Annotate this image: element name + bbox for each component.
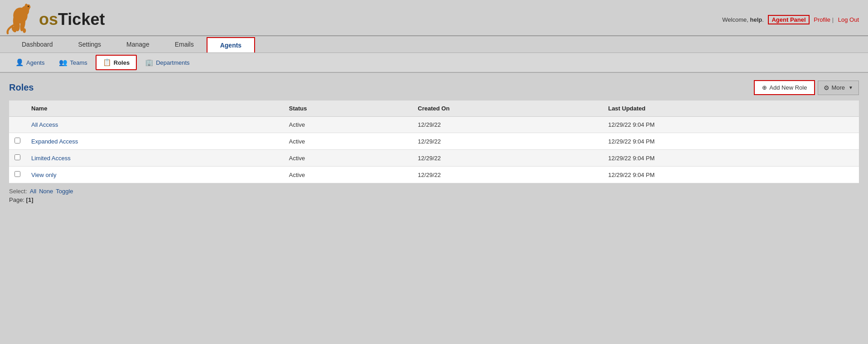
gear-icon: ⚙ [824,84,829,91]
col-name: Name [26,100,284,117]
sub-item-roles[interactable]: 📋 Roles [96,55,137,70]
role-created-on: 12/29/22 [412,117,603,133]
profile-link[interactable]: Profile [814,16,830,23]
role-name[interactable]: Limited Access [26,150,284,167]
role-status: Active [284,150,413,167]
select-toggle-link[interactable]: Toggle [56,188,73,195]
main-nav: Dashboard Settings Manage Emails Agents [0,36,868,53]
row-checkbox-cell [9,150,26,167]
welcome-bar: Welcome, help. Agent Panel Profile | Log… [722,16,859,23]
page-current: [1] [26,196,34,203]
col-checkbox [9,100,26,117]
table-row: Expanded AccessActive12/29/2212/29/22 9:… [9,133,859,150]
teams-icon: 👥 [59,58,68,67]
add-new-role-button[interactable]: ⊕ Add New Role [754,80,815,95]
username: help [750,16,762,23]
row-checkbox-cell [9,167,26,183]
logout-link[interactable]: Log Out [838,16,859,23]
role-name[interactable]: View only [26,167,284,183]
add-icon: ⊕ [762,84,767,91]
separator: | [832,16,834,23]
role-status: Active [284,133,413,150]
add-new-label: Add New Role [769,84,807,91]
role-last-updated: 12/29/22 9:04 PM [603,117,859,133]
role-last-updated: 12/29/22 9:04 PM [603,167,859,183]
table-row: All AccessActive12/29/2212/29/22 9:04 PM [9,117,859,133]
content-area: Roles ⊕ Add New Role ⚙ More ▼ Name Statu… [0,73,868,210]
col-last-updated: Last Updated [603,100,859,117]
role-status: Active [284,117,413,133]
agent-panel-link[interactable]: Agent Panel [768,15,809,24]
role-last-updated: 12/29/22 9:04 PM [603,133,859,150]
role-last-updated: 12/29/22 9:04 PM [603,150,859,167]
sub-item-departments-label: Departments [156,59,189,66]
sub-item-departments[interactable]: 🏢 Departments [139,56,196,69]
page-info: Page: [1] [9,196,859,203]
col-status: Status [284,100,413,117]
logo-text: osTicket [39,11,105,28]
row-checkbox[interactable] [14,171,20,177]
select-label: Select: [9,188,27,195]
more-label: More [831,84,845,91]
role-name[interactable]: Expanded Access [26,133,284,150]
sub-nav: 👤 Agents 👥 Teams 📋 Roles 🏢 Departments [0,53,868,73]
nav-item-dashboard[interactable]: Dashboard [9,36,66,53]
top-right-bar: Welcome, help. Agent Panel Profile | Log… [722,16,859,23]
sub-item-agents[interactable]: 👤 Agents [9,56,51,69]
role-status: Active [284,167,413,183]
select-all-link[interactable]: All [30,188,36,195]
sub-item-agents-label: Agents [26,59,44,66]
select-none-link[interactable]: None [39,188,53,195]
svg-point-8 [23,28,26,33]
nav-item-manage[interactable]: Manage [114,36,162,53]
row-checkbox-cell [9,117,26,133]
sub-item-roles-label: Roles [114,59,130,66]
welcome-text: Welcome, [722,16,748,23]
sub-item-teams-label: Teams [70,59,87,66]
role-created-on: 12/29/22 [412,167,603,183]
sub-item-teams[interactable]: 👥 Teams [53,56,93,69]
row-checkbox[interactable] [14,138,20,143]
select-bar: Select: All None Toggle [9,188,859,195]
row-checkbox-cell [9,133,26,150]
nav-item-agents[interactable]: Agents [207,37,255,53]
agents-icon: 👤 [15,58,24,67]
row-checkbox[interactable] [14,154,20,160]
role-created-on: 12/29/22 [412,150,603,167]
dropdown-arrow-icon: ▼ [849,85,853,90]
nav-item-emails[interactable]: Emails [162,36,207,53]
role-created-on: 12/29/22 [412,133,603,150]
departments-icon: 🏢 [145,58,154,67]
role-name[interactable]: All Access [26,117,284,133]
content-header: Roles ⊕ Add New Role ⚙ More ▼ [9,80,859,95]
col-created-on: Created On [412,100,603,117]
top-header: osTicket Welcome, help. Agent Panel Prof… [0,0,868,36]
svg-point-9 [28,6,29,7]
roles-icon: 📋 [103,58,111,67]
roles-table: Name Status Created On Last Updated All … [9,100,859,183]
page-title: Roles [9,82,34,93]
nav-item-settings[interactable]: Settings [66,36,114,53]
table-footer: Select: All None Toggle Page: [1] [9,188,859,203]
table-row: View onlyActive12/29/2212/29/22 9:04 PM [9,167,859,183]
page-label: Page: [9,196,24,203]
logo-area: osTicket [5,4,105,35]
header-buttons: ⊕ Add New Role ⚙ More ▼ [754,80,859,95]
table-header-row: Name Status Created On Last Updated [9,100,859,117]
table-row: Limited AccessActive12/29/2212/29/22 9:0… [9,150,859,167]
more-button[interactable]: ⚙ More ▼ [818,81,859,95]
kangaroo-icon [5,4,36,35]
